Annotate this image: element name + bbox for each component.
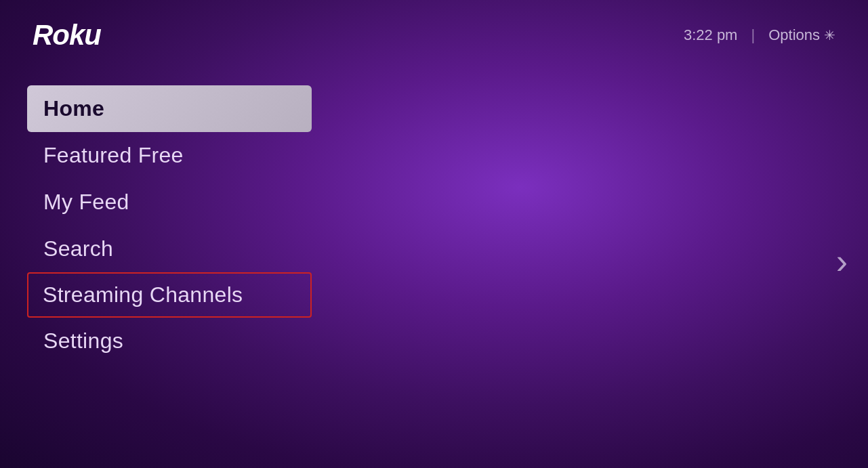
options-label: Options [768,26,820,44]
nav-menu: Home Featured Free My Feed Search Stream… [27,85,312,364]
main-content: Home Featured Free My Feed Search Stream… [0,65,868,465]
nav-item-streaming-channels-label: Streaming Channels [43,282,243,307]
nav-item-streaming-channels[interactable]: Streaming Channels [27,272,312,318]
nav-item-my-feed[interactable]: My Feed [27,179,312,226]
nav-item-featured-free[interactable]: Featured Free [27,132,312,179]
header: Roku 3:22 pm | Options ✳ [0,0,868,65]
nav-item-settings-label: Settings [43,328,123,353]
header-right: 3:22 pm | Options ✳ [684,26,835,44]
options-star-icon: ✳ [824,27,835,43]
right-chevron-icon: › [836,242,848,281]
nav-item-home-label: Home [43,96,104,121]
nav-item-search-label: Search [43,236,113,261]
header-divider: | [751,26,755,44]
roku-logo: Roku [33,19,101,51]
nav-item-settings[interactable]: Settings [27,318,312,364]
nav-item-home[interactable]: Home [27,85,312,132]
nav-item-search[interactable]: Search [27,226,312,272]
nav-item-featured-free-label: Featured Free [43,143,184,167]
nav-item-my-feed-label: My Feed [43,190,129,214]
right-arrow-button[interactable]: › [836,241,848,282]
header-time: 3:22 pm [684,26,738,44]
options-button[interactable]: Options ✳ [768,26,835,44]
